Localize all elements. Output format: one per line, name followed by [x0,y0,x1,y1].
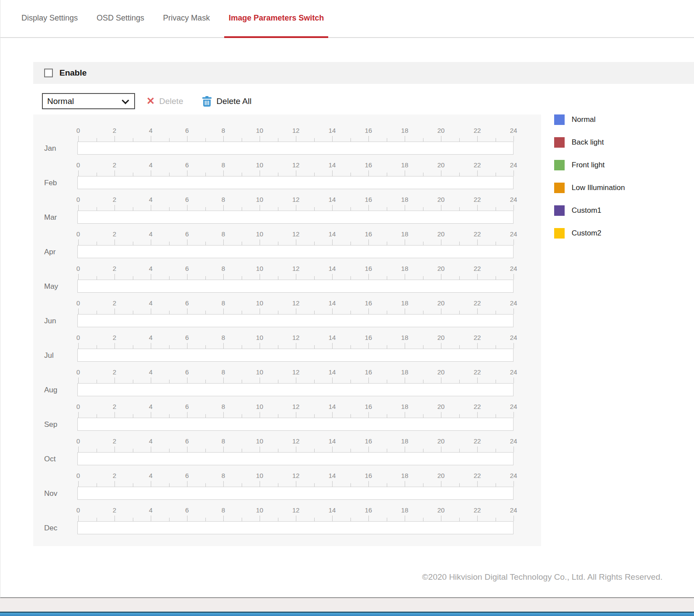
hour-label: 4 [149,472,153,479]
hour-tick [405,308,405,314]
timeline-track[interactable] [77,280,514,293]
hour-tick [459,276,460,280]
hour-tick [350,311,351,314]
hour-tick [350,380,351,383]
hour-tick [97,518,97,521]
enable-checkbox[interactable] [44,69,53,77]
hour-tick [78,205,79,211]
tab-image-parameters-switch[interactable]: Image Parameters Switch [224,14,328,37]
hour-tick [278,138,278,142]
hour-tick [151,516,151,521]
timeline-track[interactable] [77,452,514,465]
timeline-track[interactable] [77,383,514,396]
hour-tick [296,343,296,349]
timeline-track[interactable] [77,418,514,431]
tab-osd-settings[interactable]: OSD Settings [92,14,149,37]
hour-ticks [78,204,514,211]
hour-tick [115,446,115,452]
hour-tick [242,242,242,245]
month-timeline: 024681012141618202224 [78,196,514,224]
hour-label: 4 [149,299,153,307]
month-row: Mar 024681012141618202224 [33,196,541,230]
timeline-track[interactable] [77,349,514,362]
timeline-track[interactable] [77,521,514,534]
hour-tick [350,173,351,176]
timeline-track[interactable] [77,142,514,155]
hour-label: 8 [222,161,225,169]
hour-label: 16 [365,437,372,445]
hour-tick [477,516,478,521]
hour-label: 24 [510,299,517,307]
hour-label: 4 [149,437,153,445]
month-label: Feb [44,179,57,187]
hour-label: 6 [185,472,189,479]
hour-tick [459,173,460,176]
hour-tick [405,170,405,176]
hour-tick [514,343,514,349]
delete-all-button[interactable]: Delete All [202,96,251,107]
hour-tick [187,274,187,280]
hour-label: 14 [329,472,336,479]
hour-labels: 024681012141618202224 [78,265,514,273]
month-row: Jun 024681012141618202224 [33,299,541,334]
hour-tick [187,377,187,383]
hour-tick [496,311,496,314]
legend-swatch [554,137,565,148]
hour-tick [405,239,405,245]
hour-label: 14 [329,437,336,445]
hour-tick [514,274,514,280]
month-timeline: 024681012141618202224 [78,403,514,431]
hour-tick [151,308,151,314]
hour-tick [441,308,441,314]
hour-label: 8 [222,506,225,514]
hour-label: 22 [474,230,481,238]
hour-tick [151,377,151,383]
hour-label: 14 [329,403,336,410]
month-timeline: 024681012141618202224 [78,299,514,327]
hour-label: 16 [365,265,372,272]
hour-label: 14 [329,265,336,272]
hour-label: 2 [113,230,116,238]
hour-label: 20 [437,265,445,272]
month-timeline: 024681012141618202224 [78,437,514,465]
hour-tick [514,205,514,211]
month-label: Jan [44,144,56,153]
hour-tick [350,449,351,452]
timeline-track[interactable] [77,211,514,224]
hour-label: 8 [222,403,225,410]
hour-tick [514,239,514,245]
hour-tick [242,380,242,383]
hour-tick [242,449,242,452]
hour-tick [260,308,260,314]
hour-tick [496,207,496,211]
hour-tick [423,380,423,383]
delete-button[interactable]: ✕ Delete [146,96,183,106]
tab-bar: Display SettingsOSD SettingsPrivacy Mask… [0,0,694,38]
hour-tick [441,516,441,521]
hour-tick [496,414,496,418]
hour-tick [223,136,224,142]
hour-tick [205,345,206,349]
hour-tick [441,136,441,142]
timeline-track[interactable] [77,314,514,327]
hour-tick [260,170,260,176]
timeline-track[interactable] [77,245,514,258]
timeline-track[interactable] [77,176,514,189]
month-row: Feb 024681012141618202224 [33,161,541,196]
hour-tick [187,239,187,245]
hour-ticks [78,343,514,349]
trash-icon [202,96,212,107]
mode-select[interactable]: Normal [42,93,135,109]
hour-label: 24 [510,506,517,514]
hour-tick [205,207,206,211]
hour-tick [278,380,278,383]
hour-tick [278,311,278,314]
timeline-track[interactable] [77,487,514,500]
hour-tick [387,414,387,418]
hour-label: 10 [256,403,264,410]
hour-tick [78,308,79,314]
tab-privacy-mask[interactable]: Privacy Mask [159,14,214,37]
hour-label: 22 [474,506,481,514]
tab-display-settings[interactable]: Display Settings [17,14,82,37]
legend-swatch [554,160,565,170]
